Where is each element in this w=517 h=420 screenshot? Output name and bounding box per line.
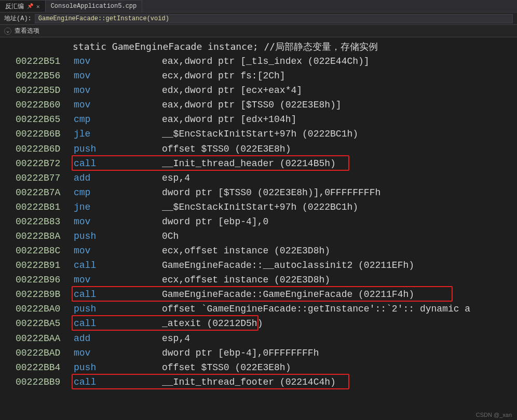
asm-line[interactable]: 00222B5Dmovedx,dword ptr [ecx+eax*4] [0,83,517,98]
asm-mnemonic: call [74,287,96,302]
asm-line[interactable]: 00222BA5call_atexit (02212D5h) [0,316,517,331]
asm-line[interactable]: 00222BAAaddesp,4 [0,331,517,346]
asm-mnemonic: mov [74,214,90,229]
asm-line[interactable]: 00222B83movdword ptr [ebp-4],0 [0,214,517,229]
asm-line[interactable]: 00222B72call__Init_thread_header (02214B… [0,156,517,171]
asm-address: 00222B81 [16,200,74,214]
asm-address: 00222B65 [16,112,74,127]
asm-line[interactable]: 00222BB4pushoffset $TSS0 (022E3E8h) [0,360,517,375]
pin-icon[interactable]: 📌 [27,3,33,9]
asm-mnemonic: push [74,302,96,316]
asm-line[interactable]: 00222B56movecx,dword ptr fs:[2Ch] [0,69,517,83]
asm-mnemonic: call [74,316,96,331]
asm-line[interactable]: 00222B8Cmovecx,offset instance (022E3D8h… [0,243,517,258]
asm-mnemonic: mov [74,98,90,112]
asm-address: 00222B7A [16,185,74,200]
asm-line[interactable]: 00222B51moveax,dword ptr [_tls_index (02… [0,54,517,69]
asm-mnemonic: add [74,331,90,346]
asm-line[interactable]: 00222B6Bjle__$EncStackInitStart+97h (022… [0,127,517,141]
asm-operands: esp,4 [162,171,501,185]
asm-mnemonic: mov [74,83,90,98]
asm-line[interactable]: 00222B8Apush0Ch [0,229,517,243]
asm-operands: __$EncStackInitStart+97h (0222BC1h) [162,127,501,141]
asm-line[interactable]: 00222B77addesp,4 [0,171,517,185]
tab-bar: 反汇编 📌 ✕ ConsoleApplication5.cpp [0,0,517,12]
close-icon[interactable]: ✕ [36,3,40,10]
asm-address: 00222BB9 [16,375,74,389]
asm-address: 00222BB4 [16,360,74,375]
asm-mnemonic: cmp [74,185,90,200]
asm-line[interactable]: 00222B7Acmpdword ptr [$TSS0 (022E3E8h)],… [0,185,517,200]
asm-address: 00222B56 [16,69,74,83]
asm-operands: eax,dword ptr [edx+104h] [162,112,501,127]
asm-line[interactable]: 00222B6Dpushoffset $TSS0 (022E3E8h) [0,142,517,156]
asm-operands: 0Ch [162,229,501,243]
asm-line[interactable]: 00222B9BcallGameEngineFacade::GameEngine… [0,287,517,302]
asm-line[interactable]: 00222BB9call__Init_thread_footer (02214C… [0,375,517,389]
address-label: 地址(A): [4,14,32,23]
asm-address: 00222BAD [16,346,74,360]
asm-line[interactable]: 00222B60moveax,dword ptr [$TSS0 (022E3E8… [0,98,517,112]
asm-address: 00222B8A [16,229,74,243]
asm-line[interactable]: 00222B91callGameEngineFacade::__autoclas… [0,258,517,273]
asm-address: 00222BA5 [16,316,74,331]
asm-address: 00222B6D [16,142,74,156]
asm-line[interactable]: 00222B81jne__$EncStackInitStart+97h (022… [0,200,517,214]
asm-address: 00222B77 [16,171,74,185]
asm-line[interactable]: 00222BADmovdword ptr [ebp-4],0FFFFFFFFh [0,346,517,360]
asm-mnemonic: mov [74,54,90,69]
asm-mnemonic: mov [74,273,90,287]
asm-operands: _atexit (02212D5h) [162,316,501,331]
tab-source-file[interactable]: ConsoleApplication5.cpp [46,0,143,12]
asm-operands: ecx,offset instance (022E3D8h) [162,273,501,287]
asm-address: 00222B60 [16,98,74,112]
asm-operands: __Init_thread_footer (02214C4h) [162,375,501,389]
disassembly-view[interactable]: static GameEngineFacade instance; //局部静态… [0,37,517,391]
asm-operands: offset $TSS0 (022E3E8h) [162,142,501,156]
asm-operands: dword ptr [ebp-4],0 [162,214,501,229]
tab-disassembly[interactable]: 反汇编 📌 ✕ [0,0,46,12]
asm-mnemonic: add [74,171,90,185]
asm-operands: __Init_thread_header (02214B5h) [162,156,501,171]
asm-operands: dword ptr [$TSS0 (022E3E8h)],0FFFFFFFFh [162,185,501,200]
asm-address: 00222BAA [16,331,74,346]
asm-line[interactable]: 00222B65cmpeax,dword ptr [edx+104h] [0,112,517,127]
asm-operands: ecx,dword ptr fs:[2Ch] [162,69,501,83]
options-label: 查看选项 [15,26,39,35]
asm-address: 00222B72 [16,156,74,171]
asm-mnemonic: call [74,156,96,171]
asm-operands: ecx,offset instance (022E3D8h) [162,243,501,258]
asm-mnemonic: mov [74,243,90,258]
chevron-down-icon[interactable]: ⌄ [4,28,11,35]
asm-operands: GameEngineFacade::__autoclassinit2 (0221… [162,258,501,273]
asm-line[interactable]: 00222B96movecx,offset instance (022E3D8h… [0,273,517,287]
asm-address: 00222B8C [16,243,74,258]
asm-operands: esp,4 [162,331,501,346]
asm-mnemonic: jne [74,200,90,214]
asm-operands: offset `GameEngineFacade::getInstance'::… [162,302,501,316]
asm-operands: __$EncStackInitStart+97h (0222BC1h) [162,200,501,214]
address-input[interactable] [35,14,513,23]
asm-address: 00222B91 [16,258,74,273]
asm-mnemonic: mov [74,69,90,83]
asm-address: 00222B6B [16,127,74,141]
address-bar: 地址(A): [0,12,517,25]
asm-address: 00222B83 [16,214,74,229]
asm-mnemonic: call [74,258,96,273]
source-comment-line: static GameEngineFacade instance; //局部静态… [0,39,517,54]
asm-operands: eax,dword ptr [$TSS0 (022E3E8h)] [162,98,501,112]
asm-operands: edx,dword ptr [ecx+eax*4] [162,83,501,98]
options-bar[interactable]: ⌄ 查看选项 [0,25,517,37]
asm-address: 00222B96 [16,273,74,287]
asm-mnemonic: push [74,142,96,156]
tab-label: 反汇编 [5,2,24,11]
tab-label: ConsoleApplication5.cpp [51,3,137,10]
asm-address: 00222BA0 [16,302,74,316]
asm-operands: offset $TSS0 (022E3E8h) [162,360,501,375]
asm-mnemonic: mov [74,346,90,360]
asm-address: 00222B9B [16,287,74,302]
watermark: CSDN @_xan [476,412,512,418]
asm-mnemonic: push [74,360,96,375]
asm-line[interactable]: 00222BA0pushoffset `GameEngineFacade::ge… [0,302,517,316]
asm-mnemonic: call [74,375,96,389]
